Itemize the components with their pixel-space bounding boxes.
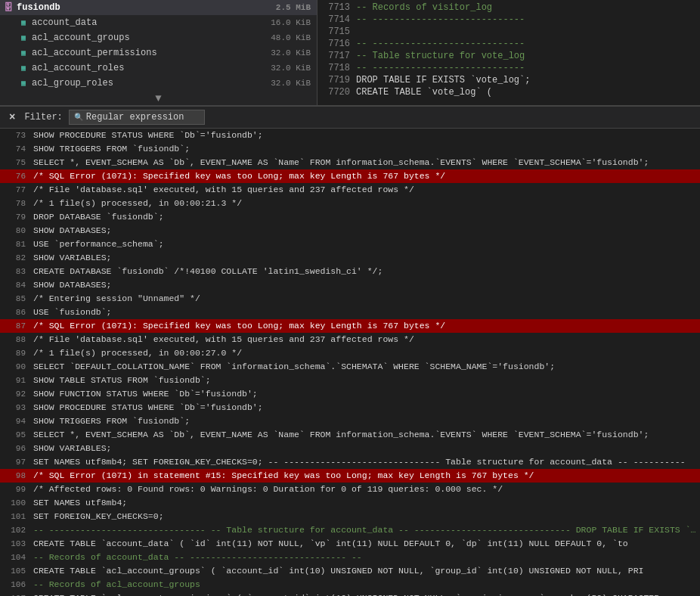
filter-input[interactable]	[86, 112, 200, 123]
code-line: 99 /* Affected rows: 0 Found rows: 0 War…	[0, 483, 700, 496]
code-line: 77 /* File 'database.sql' executed, with…	[0, 183, 700, 197]
line-content: SELECT *, EVENT_SCHEMA AS `Db`, EVENT_NA…	[33, 428, 649, 442]
code-line: 107 CREATE TABLE `acl_account_permission…	[0, 591, 700, 596]
line-content: /* Entering session "Unnamed" */	[33, 292, 200, 306]
code-line: 79 DROP DATABASE `fusiondb`;	[0, 210, 700, 224]
sql-line: 7719 DROP TABLE IF EXISTS `vote_log`;	[317, 74, 700, 86]
code-line: 102 -- ------------------------------ --…	[0, 523, 700, 537]
line-content: /* SQL Error (1071) in statement #15: Sp…	[33, 469, 534, 483]
line-number: 95	[3, 428, 26, 442]
code-line: 89 /* 1 file(s) processed, in 00:00:27.0…	[0, 346, 700, 360]
line-content: SHOW DATABASES;	[33, 224, 112, 237]
line-content: /* File 'database.sql' executed, with 15…	[33, 333, 414, 346]
file-tree-item[interactable]: ▦ acl_account_roles 32.0 KiB	[0, 61, 317, 76]
file-tree-root-name: fusiondb	[17, 2, 60, 13]
filter-close-button[interactable]: ×	[6, 111, 18, 123]
file-tree-item[interactable]: ▦ acl_account_permissions 32.0 KiB	[0, 45, 317, 61]
line-number: 97	[3, 455, 26, 469]
code-line: 91 SHOW TABLE STATUS FROM `fusiondb`;	[0, 374, 700, 387]
line-content: CREATE DATABASE `fusiondb` /*!40100 COLL…	[33, 265, 383, 278]
file-tree-item-size: 48.0 KiB	[271, 33, 311, 42]
code-line: 75 SELECT *, EVENT_SCHEMA AS `Db`, EVENT…	[0, 156, 700, 169]
file-tree-item-size: 16.0 KiB	[271, 18, 311, 27]
database-icon: 🗄	[3, 2, 14, 13]
code-line: 105 CREATE TABLE `acl_account_groups` ( …	[0, 564, 700, 578]
line-content: /* SQL Error (1071): Specified key was t…	[33, 319, 445, 333]
line-number: 100	[3, 496, 26, 510]
line-content: SHOW FUNCTION STATUS WHERE `Db`='fusiond…	[33, 387, 258, 401]
file-tree-root[interactable]: 🗄 fusiondb 2.5 MiB	[0, 0, 317, 15]
file-tree-item-name: acl_account_groups	[32, 33, 130, 43]
file-tree-item[interactable]: ▦ acl_account_groups 48.0 KiB	[0, 30, 317, 45]
table-icon: ▦	[18, 63, 29, 73]
line-content: SHOW DATABASES;	[33, 278, 112, 292]
code-line: 101 SET FOREIGN_KEY_CHECKS=0;	[0, 510, 700, 523]
sql-lines-top: 7713 -- Records of visitor_log 7714 -- -…	[317, 0, 700, 105]
code-line: 103 CREATE TABLE `account_data` ( `id` i…	[0, 537, 700, 551]
line-number: 82	[3, 251, 26, 265]
code-line: 90 SELECT `DEFAULT_COLLATION_NAME` FROM …	[0, 360, 700, 374]
code-line: 84 SHOW DATABASES;	[0, 278, 700, 292]
line-number: 94	[3, 414, 26, 428]
code-line: 76 /* SQL Error (1071): Specified key wa…	[0, 169, 700, 183]
code-line: 83 CREATE DATABASE `fusiondb` /*!40100 C…	[0, 265, 700, 278]
right-sql-panel: 7713 -- Records of visitor_log 7714 -- -…	[317, 0, 700, 105]
table-icon: ▦	[18, 78, 29, 88]
file-tree-item[interactable]: ▦ account_data 16.0 KiB	[0, 15, 317, 30]
line-number: 96	[3, 442, 26, 455]
code-line: 88 /* File 'database.sql' executed, with…	[0, 333, 700, 346]
file-tree-item[interactable]: ▦ acl_group_roles 32.0 KiB	[0, 76, 317, 91]
line-number: 92	[3, 387, 26, 401]
line-content: /* File 'database.sql' executed, with 15…	[33, 183, 414, 197]
code-line: 78 /* 1 file(s) processed, in 00:00:21.3…	[0, 197, 700, 210]
line-content: SET NAMES utf8mb4;	[33, 496, 127, 510]
filter-bar: × Filter: 🔍	[0, 106, 700, 129]
line-content: DROP DATABASE `fusiondb`;	[33, 210, 164, 224]
file-tree-item-size: 32.0 KiB	[271, 48, 311, 57]
line-number: 87	[3, 319, 26, 333]
table-icon: ▦	[18, 33, 29, 43]
line-number: 102	[3, 523, 26, 537]
line-number: 79	[3, 210, 26, 224]
line-number: 73	[3, 129, 26, 142]
table-icon: ▦	[18, 17, 29, 28]
file-tree[interactable]: 🗄 fusiondb 2.5 MiB ▦ account_data 16.0 K…	[0, 0, 317, 105]
line-number: 89	[3, 346, 26, 360]
line-number: 101	[3, 510, 26, 523]
line-number: 76	[3, 169, 26, 183]
line-content: CREATE TABLE `acl_account_permissions` (…	[33, 591, 659, 596]
line-content: /* SQL Error (1071): Specified key was t…	[33, 169, 445, 183]
code-line: 104 -- Records of account_data -- ------…	[0, 551, 700, 564]
line-number: 77	[3, 183, 26, 197]
line-number: 75	[3, 156, 26, 169]
line-content: -- ----------------------------	[356, 63, 525, 73]
line-content: /* Affected rows: 0 Found rows: 0 Warnin…	[33, 483, 503, 496]
line-number: 7716	[324, 39, 350, 49]
line-number: 103	[3, 537, 26, 551]
line-number: 7714	[324, 14, 350, 25]
line-content: -- ----------------------------	[356, 14, 525, 25]
sql-line: 7717 -- Table structure for vote_log	[317, 50, 700, 62]
code-line: 86 USE `fusiondb`;	[0, 306, 700, 319]
line-number: 98	[3, 469, 26, 483]
filter-input-wrap[interactable]: 🔍	[69, 110, 205, 125]
code-line: 82 SHOW VARIABLES;	[0, 251, 700, 265]
code-line: 100 SET NAMES utf8mb4;	[0, 496, 700, 510]
code-line: 85 /* Entering session "Unnamed" */	[0, 292, 700, 306]
code-line: 106 -- Records of acl_account_groups	[0, 578, 700, 591]
line-content: /* 1 file(s) processed, in 00:00:21.3 */	[33, 197, 242, 210]
line-number: 74	[3, 142, 26, 156]
scroll-down-indicator: ▼	[0, 91, 317, 105]
sql-line: 7718 -- ----------------------------	[317, 62, 700, 74]
code-line: 73 SHOW PROCEDURE STATUS WHERE `Db`='fus…	[0, 129, 700, 142]
file-tree-item-size: 32.0 KiB	[271, 79, 311, 88]
file-tree-item-name: acl_account_permissions	[32, 48, 157, 58]
line-content: SELECT *, EVENT_SCHEMA AS `Db`, EVENT_NA…	[33, 156, 649, 169]
line-content: SHOW VARIABLES;	[33, 251, 112, 265]
code-area: 73 SHOW PROCEDURE STATUS WHERE `Db`='fus…	[0, 129, 700, 596]
code-line: 98 /* SQL Error (1071) in statement #15:…	[0, 469, 700, 483]
sql-line: 7713 -- Records of visitor_log	[317, 2, 700, 14]
line-number: 107	[3, 591, 26, 596]
line-content: SHOW PROCEDURE STATUS WHERE `Db`='fusion…	[33, 401, 263, 414]
line-number: 7713	[324, 2, 350, 13]
